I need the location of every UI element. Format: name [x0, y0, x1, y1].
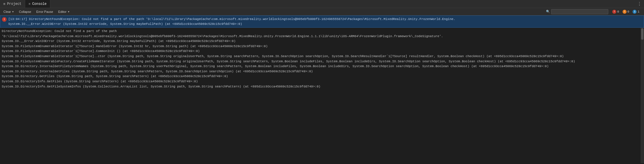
log-line: System.IO.FileSystemEnumerableIterator`1… — [2, 49, 639, 54]
warning-badge[interactable]: ! 0 — [621, 9, 631, 14]
log-line: System.IO.Directory.InternalGetFileSyste… — [2, 64, 639, 69]
search-area: 🔍 — [546, 9, 608, 14]
badge-area: ! 0 ! 0 i 1 — [611, 9, 643, 14]
project-icon: ⊞ — [3, 2, 5, 6]
log-line: System.IO.FileSystemEnumerableIterator`1… — [2, 44, 639, 49]
tab-console[interactable]: ≡ Console — [25, 0, 50, 8]
log-line: System.IO.Directory.InternalGetFiles (Sy… — [2, 69, 639, 74]
error-banner[interactable]: ! [13:04:17] DirectoryNotFoundException:… — [0, 15, 644, 28]
more-tabs-button[interactable]: ⋮ — [635, 1, 644, 7]
error-circle-icon: ! — [2, 17, 7, 22]
search-input[interactable] — [551, 9, 608, 14]
error-badge-count: 0 — [617, 10, 619, 13]
scrollbar[interactable] — [641, 28, 644, 163]
editor-button[interactable]: Editor — [56, 9, 72, 15]
log-line: System.IO.DirectoryInfo.GetFiles (System… — [2, 79, 639, 84]
search-icon: 🔍 — [546, 10, 550, 13]
tab-console-label: Console — [32, 2, 47, 6]
log-line: System.IO.Directory.GetFiles (System.Str… — [2, 74, 639, 79]
error-line2: System.IO.__Error.WinIOError (System.Int… — [8, 22, 242, 26]
log-area[interactable]: DirectoryNotFoundException: Could not fi… — [0, 28, 641, 163]
tab-bar: ⊞ Project ≡ Console ⋮ — [0, 0, 644, 8]
scrollbar-thumb[interactable] — [641, 28, 643, 40]
tab-project[interactable]: ⊞ Project — [0, 0, 25, 8]
log-line: 'D:\local\T12\Library\PackageCache\com.m… — [2, 34, 639, 39]
info-badge-count: 1 — [637, 10, 639, 13]
warning-badge-icon: ! — [623, 10, 627, 14]
error-badge[interactable]: ! 0 — [611, 9, 620, 14]
collapse-button[interactable]: Collapse — [17, 9, 33, 15]
console-toolbar: Clear Collapse Error Pause Editor 🔍 ! 0 … — [0, 8, 644, 15]
log-line: System.IO.FileSystemEnumerableIterator`1… — [2, 54, 639, 59]
error-pause-button[interactable]: Error Pause — [34, 9, 55, 15]
console-icon: ≡ — [29, 2, 31, 6]
log-line: System.IO.DirectoryInfo.GetFileSystemInf… — [2, 84, 639, 89]
error-badge-icon: ! — [612, 10, 616, 14]
error-line1: [13:04:17] DirectoryNotFoundException: C… — [8, 17, 455, 21]
clear-button[interactable]: Clear — [1, 9, 16, 15]
log-line: System.IO.FileSystemEnumerableFactory.Cr… — [2, 59, 639, 64]
content-area: DirectoryNotFoundException: Could not fi… — [0, 28, 644, 163]
warning-badge-count: 0 — [627, 10, 629, 13]
log-line: DirectoryNotFoundException: Could not fi… — [2, 29, 639, 34]
info-badge[interactable]: i 1 — [631, 9, 641, 14]
info-badge-icon: i — [633, 10, 637, 14]
tab-project-label: Project — [7, 2, 21, 6]
error-banner-text: [13:04:17] DirectoryNotFoundException: C… — [8, 17, 642, 26]
log-line: System.IO.__Error.WinIOError (System.Int… — [2, 39, 639, 44]
